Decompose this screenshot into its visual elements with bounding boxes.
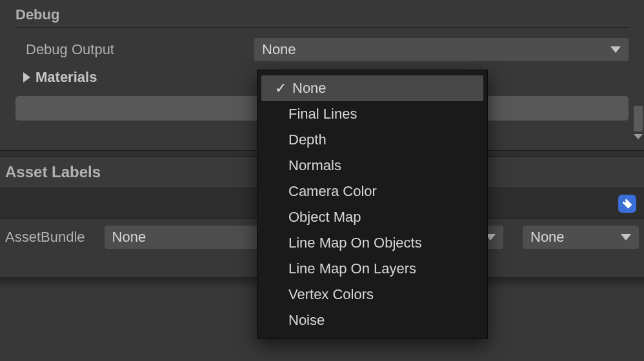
dropdown-option[interactable]: Depth <box>257 127 487 153</box>
dropdown-option-label: Final Lines <box>288 106 357 122</box>
dropdown-option-label: Vertex Colors <box>288 286 374 303</box>
assetbundle-main-value: None <box>112 229 146 246</box>
dropdown-option-label: Depth <box>288 132 327 148</box>
svg-marker-3 <box>621 234 631 240</box>
debug-output-popup[interactable]: ✓NoneFinal LinesDepthNormalsCamera Color… <box>257 70 488 339</box>
scrollbar-arrow-down-icon[interactable] <box>634 134 643 139</box>
svg-point-1 <box>624 200 626 202</box>
dropdown-option-label: Normals <box>288 157 341 174</box>
debug-output-row: Debug Output None <box>0 35 644 64</box>
foldout-right-icon <box>23 72 30 83</box>
dropdown-option[interactable]: Noise <box>257 307 487 333</box>
dropdown-option-label: None <box>292 80 327 97</box>
dropdown-option[interactable]: Vertex Colors <box>257 282 487 307</box>
debug-output-dropdown[interactable]: None <box>254 38 629 61</box>
vertical-scrollbar[interactable] <box>632 0 644 141</box>
svg-marker-0 <box>610 46 621 53</box>
dropdown-option[interactable]: Final Lines <box>257 101 487 127</box>
dropdown-option-label: Camera Color <box>288 183 377 200</box>
assetbundle-variant-value: None <box>530 229 565 246</box>
dropdown-option[interactable]: ✓None <box>261 75 483 101</box>
debug-output-label: Debug Output <box>15 41 248 58</box>
dropdown-option[interactable]: Object Map <box>257 204 487 230</box>
dropdown-option[interactable]: Line Map On Objects <box>257 230 487 256</box>
debug-section-header: Debug <box>0 0 644 27</box>
dropdown-option-label: Line Map On Objects <box>288 235 422 251</box>
debug-output-value: None <box>262 41 296 58</box>
dropdown-option-label: Line Map On Layers <box>288 260 416 277</box>
scrollbar-thumb[interactable] <box>634 106 643 132</box>
checkmark-icon: ✓ <box>272 80 290 97</box>
caret-down-icon <box>621 234 631 240</box>
divider <box>15 27 629 28</box>
tag-icon[interactable] <box>618 195 636 213</box>
materials-label: Materials <box>35 69 97 86</box>
assetbundle-label: AssetBundle <box>5 229 85 246</box>
dropdown-option[interactable]: Normals <box>257 153 487 179</box>
dropdown-option[interactable]: Line Map On Layers <box>257 256 487 282</box>
caret-down-icon <box>610 46 621 53</box>
assetbundle-variant-dropdown[interactable]: None <box>523 226 639 249</box>
dropdown-option-label: Object Map <box>288 209 361 226</box>
dropdown-option[interactable]: Camera Color <box>257 179 487 204</box>
dropdown-option-label: Noise <box>288 312 325 329</box>
